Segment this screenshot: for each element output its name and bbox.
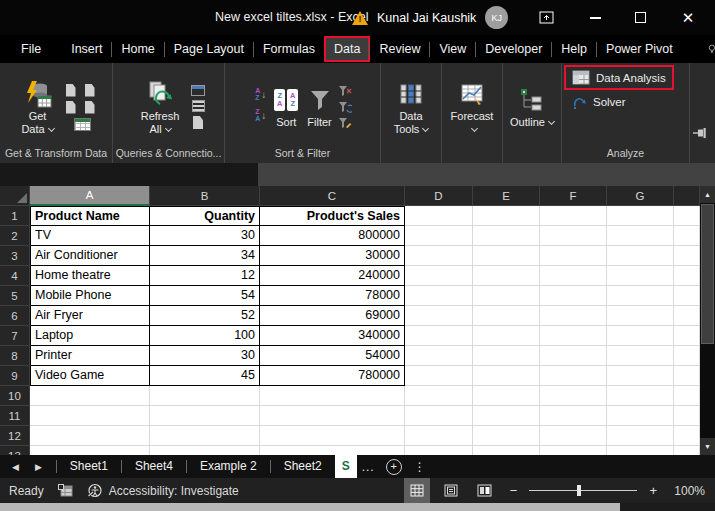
cell-G1[interactable] [607,206,674,226]
outline-button[interactable]: Outline [507,81,557,129]
cell-A6[interactable]: Air Fryer [30,306,150,326]
cell-C9[interactable]: 780000 [260,366,405,386]
cell-C8[interactable]: 54000 [260,346,405,366]
minimize-button[interactable] [583,0,607,35]
cell-H7[interactable] [674,326,700,346]
column-header-G[interactable]: G [607,186,674,206]
cell-E5[interactable] [473,286,540,306]
cell-B7[interactable]: 100 [150,326,260,346]
ribbon-tab-data[interactable]: Data [325,37,369,61]
column-header-D[interactable]: D [405,186,473,206]
cell-A11[interactable] [30,406,150,426]
cell-B3[interactable]: 34 [150,246,260,266]
cell-G13[interactable] [607,446,674,455]
cell-D1[interactable] [405,206,473,226]
cell-A4[interactable]: Home theatre [30,266,150,286]
reapply-filter-icon[interactable] [338,101,352,113]
row-header-2[interactable]: 2 [0,226,30,246]
cell-F13[interactable] [540,446,607,455]
cell-A8[interactable]: Printer [30,346,150,366]
zoom-in-button[interactable]: + [645,483,661,498]
cell-B1[interactable]: Quantity [150,206,260,226]
ribbon-tab-insert[interactable]: Insert [62,37,111,61]
cell-G8[interactable] [607,346,674,366]
cell-A10[interactable] [30,386,150,406]
previous-sheet-button[interactable]: ◀ [12,462,19,472]
cell-F9[interactable] [540,366,607,386]
from-text-csv-icon[interactable] [66,84,76,97]
row-header-4[interactable]: 4 [0,266,30,286]
cell-B12[interactable] [150,426,260,446]
cell-C13[interactable] [260,446,405,455]
cell-E4[interactable] [473,266,540,286]
cell-D5[interactable] [405,286,473,306]
add-sheet-button[interactable]: + [386,459,402,475]
cell-C1[interactable]: Product's Sales [260,206,405,226]
row-header-10[interactable]: 10 [0,386,30,406]
cell-H1[interactable] [674,206,700,226]
ribbon-tab-home[interactable]: Home [112,37,163,61]
accessibility-status[interactable]: Accessibility: Investigate [87,483,239,498]
scroll-down-button[interactable]: ▼ [700,438,715,455]
sheet-options-button[interactable]: ⋮ [408,460,432,474]
cell-C12[interactable] [260,426,405,446]
vertical-scrollbar[interactable]: ▲ ▼ [700,186,715,455]
cell-D10[interactable] [405,386,473,406]
sheet-tab-overflow[interactable]: ... [357,460,380,474]
cell-A5[interactable]: Mobile Phone [30,286,150,306]
cell-E9[interactable] [473,366,540,386]
cell-F8[interactable] [540,346,607,366]
ribbon-display-options-button[interactable] [534,0,558,35]
maximize-button[interactable] [628,0,652,35]
cell-B13[interactable] [150,446,260,455]
cell-G3[interactable] [607,246,674,266]
cell-B8[interactable]: 30 [150,346,260,366]
data-tools-button[interactable]: Data Tools [383,75,439,136]
sheet-tab-sheet2[interactable]: Sheet2 [271,455,335,478]
clear-filter-icon[interactable] [338,85,352,97]
row-header-12[interactable]: 12 [0,426,30,446]
cell-G5[interactable] [607,286,674,306]
pin-ribbon-button[interactable] [692,125,708,143]
cell-H9[interactable] [674,366,700,386]
cell-E2[interactable] [473,226,540,246]
row-header-1[interactable]: 1 [0,206,30,226]
cell-E12[interactable] [473,426,540,446]
cell-D13[interactable] [405,446,473,455]
cell-B4[interactable]: 12 [150,266,260,286]
column-header-E[interactable]: E [473,186,540,206]
cell-F2[interactable] [540,226,607,246]
zoom-slider-thumb[interactable] [577,485,581,496]
from-web-icon[interactable] [66,101,76,114]
ribbon-tab-file[interactable]: File [12,37,50,61]
cell-F3[interactable] [540,246,607,266]
cell-D8[interactable] [405,346,473,366]
cell-F10[interactable] [540,386,607,406]
get-data-button[interactable]: Get Data [13,75,63,136]
zoom-level[interactable]: 100% [669,484,705,498]
cell-C3[interactable]: 30000 [260,246,405,266]
column-header-B[interactable]: B [150,186,260,206]
recent-sources-icon[interactable] [85,84,95,97]
cell-A7[interactable]: Laptop [30,326,150,346]
cell-H3[interactable] [674,246,700,266]
ribbon-tab-formulas[interactable]: Formulas [254,37,324,61]
cell-C5[interactable]: 78000 [260,286,405,306]
cell-C2[interactable]: 800000 [260,226,405,246]
cell-C11[interactable] [260,406,405,426]
refresh-all-button[interactable]: Refresh All [132,75,188,136]
cell-E11[interactable] [473,406,540,426]
cell-D2[interactable] [405,226,473,246]
cell-B9[interactable]: 45 [150,366,260,386]
cell-D6[interactable] [405,306,473,326]
row-header-3[interactable]: 3 [0,246,30,266]
cell-G4[interactable] [607,266,674,286]
normal-view-button[interactable] [404,478,430,503]
cell-A3[interactable]: Air Conditioner [30,246,150,266]
column-header-F[interactable]: F [540,186,607,206]
sort-ascending-button[interactable]: AZ↓ [255,88,266,101]
cell-D7[interactable] [405,326,473,346]
cell-E1[interactable] [473,206,540,226]
cell-F5[interactable] [540,286,607,306]
cell-H11[interactable] [674,406,700,426]
